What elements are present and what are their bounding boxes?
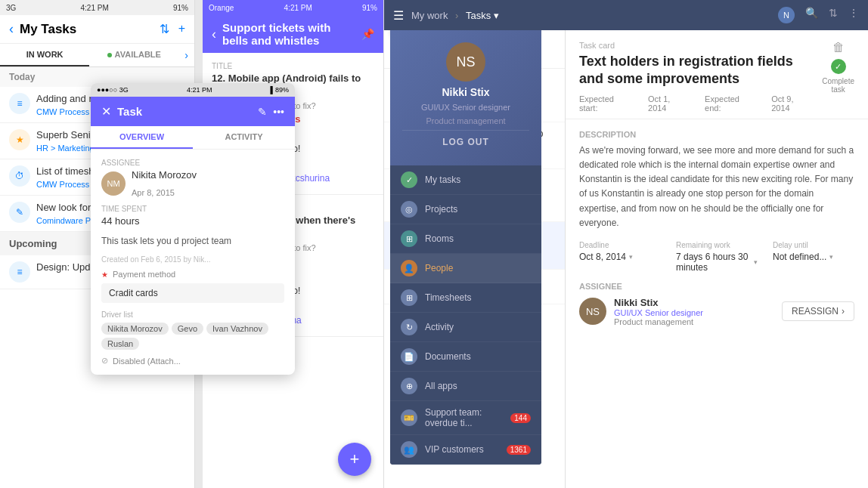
payment-value: Cradit cards bbox=[101, 283, 284, 303]
menu-activity-label: Activity bbox=[425, 322, 531, 332]
modal-status-bar: ●●●○○ 3G 4:21 PM ▌89% bbox=[91, 83, 295, 97]
reassign-button[interactable]: REASSIGN › bbox=[782, 301, 854, 321]
breadcrumb-part2[interactable]: Tasks ▾ bbox=[466, 10, 499, 21]
task-icon-3: ⏱ bbox=[9, 165, 30, 187]
tag-list: Nikita Morozov Gevo Ivan Vazhnov Ruslan bbox=[101, 323, 284, 350]
detail-body: Description As we're moving forward, we … bbox=[566, 119, 868, 337]
complete-button[interactable]: ✓ Completetask bbox=[822, 59, 854, 94]
modal-edit-icon[interactable]: ✎ bbox=[258, 106, 267, 118]
modal-tab-activity[interactable]: ACTIVITY bbox=[193, 126, 295, 149]
people-icon: 👤 bbox=[401, 260, 417, 276]
my-tasks-icon: ✓ bbox=[401, 171, 417, 188]
profile-header: NS Nikki Stix GUI/UX Senior designer Pro… bbox=[390, 30, 541, 165]
time-spent-label: Time spent bbox=[101, 205, 284, 213]
tab-bar: IN WORK AVAILABLE › bbox=[0, 44, 194, 67]
activity-icon: ↻ bbox=[401, 319, 417, 335]
breadcrumb-arrow: ▾ bbox=[494, 10, 499, 21]
menu-item-allapps[interactable]: ⊕ All apps bbox=[390, 372, 541, 401]
menu-item-timesheets[interactable]: ⊞ Timesheets bbox=[390, 283, 541, 313]
remaining-value[interactable]: 7 days 6 hours 30 minutes ▾ bbox=[676, 252, 758, 273]
topbar-icons: N 🔍 ⇅ ⋮ bbox=[778, 7, 859, 23]
breadcrumb-part1[interactable]: My work bbox=[411, 10, 448, 21]
delay-value[interactable]: Not defined... ▾ bbox=[773, 252, 854, 262]
task-icon-5: ≡ bbox=[9, 261, 30, 283]
profile-overlay: NS Nikki Stix GUI/UX Senior designer Pro… bbox=[390, 30, 541, 465]
menu-item-support[interactable]: 🎫 Support team: overdue ti... 144 bbox=[390, 401, 541, 435]
menu-item-projects[interactable]: ◎ Projects bbox=[390, 195, 541, 224]
menu-item-rooms[interactable]: ⊞ Rooms bbox=[390, 224, 541, 254]
tag-2: Gevo bbox=[172, 323, 203, 335]
modal-more-icon[interactable]: ••• bbox=[273, 106, 284, 118]
middle-time: 4:21 PM bbox=[284, 4, 312, 12]
payment-label: Payment method bbox=[113, 270, 175, 279]
assignee-info: Nikki Stix GUI/UX Senior designer Produc… bbox=[614, 297, 774, 326]
middle-battery: 91% bbox=[362, 4, 377, 12]
rooms-icon: ⊞ bbox=[401, 230, 417, 247]
assignee-label: Assignee bbox=[101, 159, 284, 167]
more-icon[interactable]: ⋮ bbox=[848, 7, 859, 23]
menu-vip-label: VIP customers bbox=[425, 444, 499, 455]
assignee-section-label: Assignee bbox=[579, 282, 854, 291]
task-date: Apr 8, 2015 bbox=[132, 188, 197, 197]
menu-documents-label: Documents bbox=[425, 351, 531, 362]
signal: 3G bbox=[6, 4, 16, 12]
deadline-value[interactable]: Oct 8, 2014 ▾ bbox=[579, 252, 661, 262]
end-label: Expected end: bbox=[705, 94, 756, 113]
menu-tasks-label: My tasks bbox=[425, 175, 531, 185]
assignee-name-web: Nikki Stix bbox=[614, 297, 774, 308]
tab-in-work[interactable]: IN WORK bbox=[0, 44, 89, 66]
modal-body: Assignee NM Nikita Morozov Apr 8, 2015 T… bbox=[91, 150, 295, 375]
modal-title: Task bbox=[117, 105, 252, 118]
menu-item-vip[interactable]: 👥 VIP customers 1361 bbox=[390, 435, 541, 465]
logout-button[interactable]: LOG OUT bbox=[402, 130, 529, 153]
task-icon-4: ✎ bbox=[9, 202, 30, 223]
modal-tab-overview[interactable]: OVERVIEW bbox=[91, 126, 193, 149]
profile-avatar: NS bbox=[446, 42, 485, 82]
delete-icon[interactable]: 🗑 bbox=[832, 41, 845, 54]
start-date: Oct 1, 2014 bbox=[648, 94, 690, 113]
menu-item-tasks[interactable]: ✓ My tasks bbox=[390, 165, 541, 195]
breadcrumb-separator: › bbox=[455, 10, 461, 21]
menu-item-people[interactable]: 👤 People bbox=[390, 254, 541, 283]
middle-header-title: Support tickets with bells and whistles bbox=[222, 21, 355, 47]
menu-item-documents[interactable]: 📄 Documents bbox=[390, 342, 541, 372]
assignee-dept: Product management bbox=[614, 317, 774, 326]
modal-close-icon[interactable]: ✕ bbox=[101, 104, 111, 119]
tag-1: Nikita Morozov bbox=[101, 323, 169, 335]
middle-header: ‹ Support tickets with bells and whistle… bbox=[203, 15, 383, 53]
remaining-arrow: ▾ bbox=[754, 258, 758, 266]
search-icon[interactable]: 🔍 bbox=[805, 7, 818, 23]
menu-allapps-label: All apps bbox=[425, 381, 531, 391]
pin-icon[interactable]: 📌 bbox=[361, 28, 374, 40]
hamburger-icon[interactable]: ☰ bbox=[393, 8, 404, 23]
add-icon[interactable]: + bbox=[178, 22, 185, 36]
fab-add-button[interactable]: + bbox=[338, 443, 371, 476]
complete-task-area: 🗑 ✓ Completetask bbox=[822, 41, 854, 94]
detail-dates: Expected start: Oct 1, 2014 Expected end… bbox=[579, 94, 813, 113]
profile-name: Nikki Stix bbox=[442, 86, 489, 98]
middle-status-bar: Orange 4:21 PM 91% bbox=[203, 0, 383, 15]
tag-3: Ivan Vazhnov bbox=[206, 323, 268, 335]
timesheets-icon: ⊞ bbox=[401, 289, 417, 306]
assignee-avatar-web: NS bbox=[579, 298, 606, 325]
ticket1-label: Title bbox=[212, 62, 374, 70]
deadline-field: Deadline Oct 8, 2014 ▾ bbox=[579, 241, 661, 262]
assignee-row: NM Nikita Morozov Apr 8, 2015 bbox=[101, 169, 284, 197]
network-name: Orange bbox=[209, 4, 234, 12]
tab-chevron[interactable]: › bbox=[178, 44, 194, 66]
end-date: Oct 9, 2014 bbox=[771, 94, 813, 113]
task-icon-2: ★ bbox=[9, 129, 30, 150]
web-topbar: ☰ My work › Tasks ▾ N 🔍 ⇅ ⋮ bbox=[384, 0, 868, 30]
deadline-label: Deadline bbox=[579, 241, 661, 249]
detail-header: Task card Text holders in registration f… bbox=[566, 30, 868, 119]
menu-item-activity[interactable]: ↻ Activity bbox=[390, 313, 541, 342]
sort-icon[interactable]: ⇅ bbox=[160, 22, 169, 36]
task-modal-description: This task lets you d project team bbox=[101, 234, 284, 248]
sort-icon[interactable]: ⇅ bbox=[829, 7, 838, 23]
back-button[interactable]: ‹ bbox=[9, 21, 14, 37]
vip-icon: 👥 bbox=[401, 441, 417, 458]
user-icon[interactable]: N bbox=[778, 7, 795, 23]
assignee-role: GUI/UX Senior designer bbox=[614, 308, 774, 317]
tab-available[interactable]: AVAILABLE bbox=[89, 44, 178, 66]
middle-back-button[interactable]: ‹ bbox=[212, 26, 216, 42]
